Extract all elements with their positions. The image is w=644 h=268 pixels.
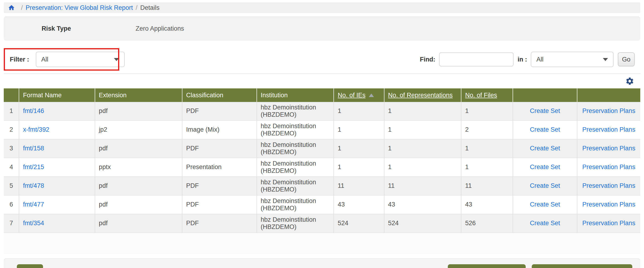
extension-cell: pdf — [95, 195, 182, 214]
create-set-cell: Create Set — [513, 176, 577, 195]
preservation-plans-link[interactable]: Preservation Plans — [582, 164, 635, 170]
caret-down-icon — [603, 58, 608, 61]
go-button[interactable]: Go — [618, 52, 635, 66]
no-of-representations-cell: 11 — [384, 176, 461, 195]
no-of-files-cell: 1 — [461, 102, 513, 120]
create-set-cell: Create Set — [513, 195, 577, 214]
preservation-plans-link[interactable]: Preservation Plans — [582, 145, 635, 152]
find-in-dropdown[interactable]: All — [531, 52, 614, 67]
no-of-ies-cell: 1 — [334, 158, 384, 176]
column-header-classification: Classification — [182, 88, 257, 102]
extension-cell: pdf — [95, 214, 182, 233]
format-name-cell: fmt/146 — [19, 102, 95, 120]
no-of-files-cell: 526 — [461, 214, 513, 233]
preservation-plans-link[interactable]: Preservation Plans — [582, 126, 635, 133]
format-name-link[interactable]: x-fmt/392 — [23, 126, 49, 133]
filter-label: Filter : — [10, 56, 29, 63]
no-of-files-cell: 11 — [461, 176, 513, 195]
extension-cell: pdf — [95, 139, 182, 158]
preservation-plans-cell: Preservation Plans — [577, 176, 640, 195]
column-header-row-number — [4, 88, 19, 102]
no-of-ies-cell: 43 — [334, 195, 384, 214]
create-set-cell: Create Set — [513, 158, 577, 176]
row-number-cell: 2 — [4, 120, 19, 139]
create-set-cell: Create Set — [513, 214, 577, 233]
institution-cell: hbz Demoinstitution (HBZDEMO) — [257, 195, 334, 214]
row-number-cell: 5 — [4, 176, 19, 195]
format-name-link[interactable]: fmt/215 — [23, 164, 44, 170]
column-header-no-of-representations[interactable]: No. of Representations — [384, 88, 461, 102]
filter-dropdown-value: All — [42, 56, 48, 63]
preservation-plans-link[interactable]: Preservation Plans — [582, 107, 635, 114]
table-tools-row — [4, 74, 640, 88]
no-of-files-cell: 1 — [461, 158, 513, 176]
institution-cell: hbz Demoinstitution (HBZDEMO) — [257, 176, 334, 195]
institution-cell: hbz Demoinstitution (HBZDEMO) — [257, 120, 334, 139]
filter-dropdown[interactable]: All — [36, 52, 125, 67]
breadcrumb-separator: / — [21, 4, 23, 12]
table-row[interactable]: 5 fmt/478 pdf PDF hbz Demoinstitution (H… — [4, 176, 640, 195]
classification-cell: PDF — [182, 195, 257, 214]
format-name-link[interactable]: fmt/158 — [23, 145, 44, 152]
table-row[interactable]: 7 fmt/354 pdf PDF hbz Demoinstitution (H… — [4, 214, 640, 233]
create-set-link[interactable]: Create Set — [530, 126, 560, 133]
risk-type-label: Risk Type — [42, 25, 136, 32]
format-name-link[interactable]: fmt/478 — [23, 182, 44, 189]
preservation-plans-for-selected-button[interactable]: Preservation Plans for Selected — [532, 264, 632, 268]
row-number-cell: 6 — [4, 195, 19, 214]
format-name-link[interactable]: fmt/477 — [23, 201, 44, 208]
filter-find-row: Filter : All Find: in : All Go — [4, 48, 640, 70]
create-set-link[interactable]: Create Set — [530, 220, 560, 226]
classification-cell: PDF — [182, 102, 257, 120]
classification-cell: Presentation — [182, 158, 257, 176]
find-input[interactable] — [439, 52, 514, 66]
find-in-dropdown-value: All — [536, 56, 544, 63]
create-set-cell: Create Set — [513, 120, 577, 139]
create-set-cell: Create Set — [513, 139, 577, 158]
table-row[interactable]: 3 fmt/158 pdf PDF hbz Demoinstitution (H… — [4, 139, 640, 158]
no-of-representations-cell: 1 — [384, 158, 461, 176]
column-header-extension: Extension — [95, 88, 182, 102]
preservation-plans-cell: Preservation Plans — [577, 120, 640, 139]
extension-cell: jp2 — [95, 120, 182, 139]
institution-cell: hbz Demoinstitution (HBZDEMO) — [257, 102, 334, 120]
column-header-format-name: Format Name — [19, 88, 95, 102]
table-row[interactable]: 2 x-fmt/392 jp2 Image (Mix) hbz Demoinst… — [4, 120, 640, 139]
create-set-link[interactable]: Create Set — [530, 164, 560, 170]
no-of-files-cell: 2 — [461, 120, 513, 139]
back-button[interactable]: Back — [17, 264, 43, 268]
extension-cell: pptx — [95, 158, 182, 176]
no-of-representations-cell: 43 — [384, 195, 461, 214]
format-name-link[interactable]: fmt/146 — [23, 107, 44, 114]
no-of-representations-cell: 524 — [384, 214, 461, 233]
table-row[interactable]: 6 fmt/477 pdf PDF hbz Demoinstitution (H… — [4, 195, 640, 214]
breadcrumb: / Preservation: View Global Risk Report … — [4, 2, 640, 13]
format-name-cell: fmt/215 — [19, 158, 95, 176]
breadcrumb-link-report[interactable]: Preservation: View Global Risk Report — [26, 4, 133, 12]
classification-cell: Image (Mix) — [182, 120, 257, 139]
preservation-plans-link[interactable]: Preservation Plans — [582, 220, 635, 226]
preservation-plans-link[interactable]: Preservation Plans — [582, 182, 635, 189]
table-row[interactable]: 1 fmt/146 pdf PDF hbz Demoinstitution (H… — [4, 102, 640, 120]
format-name-link[interactable]: fmt/354 — [23, 220, 44, 226]
table-row[interactable]: 4 fmt/215 pptx Presentation hbz Demoinst… — [4, 158, 640, 176]
create-set-link[interactable]: Create Set — [530, 201, 560, 208]
column-header-no-of-ies[interactable]: No. of IEs — [334, 88, 384, 102]
no-of-representations-cell: 1 — [384, 139, 461, 158]
home-icon[interactable] — [8, 4, 15, 11]
create-set-cell: Create Set — [513, 102, 577, 120]
preservation-plans-link[interactable]: Preservation Plans — [582, 201, 635, 208]
institution-cell: hbz Demoinstitution (HBZDEMO) — [257, 214, 334, 233]
no-of-files-cell: 43 — [461, 195, 513, 214]
create-set-for-selected-button[interactable]: Create Set for Selected — [448, 264, 526, 268]
no-of-ies-cell: 524 — [334, 214, 384, 233]
classification-cell: PDF — [182, 139, 257, 158]
gear-icon[interactable] — [625, 77, 634, 86]
find-label: Find: — [420, 56, 436, 63]
create-set-link[interactable]: Create Set — [530, 107, 560, 114]
create-set-link[interactable]: Create Set — [530, 145, 560, 152]
preservation-plans-cell: Preservation Plans — [577, 102, 640, 120]
column-header-no-of-files[interactable]: No. of Files — [461, 88, 513, 102]
risk-report-table: Format Name Extension Classification Ins… — [4, 88, 640, 233]
create-set-link[interactable]: Create Set — [530, 182, 560, 189]
